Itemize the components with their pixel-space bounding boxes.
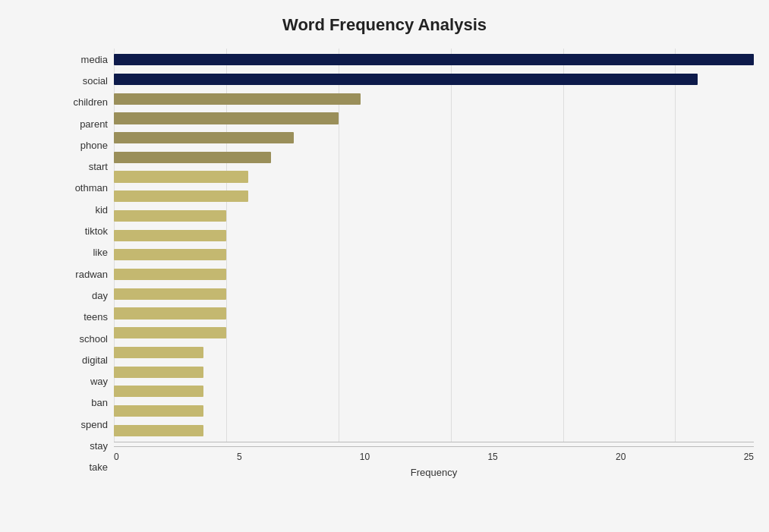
bar-media [114, 54, 754, 65]
bar-social [114, 74, 698, 85]
bar-row-spend [114, 382, 754, 401]
bar-like [114, 230, 226, 241]
bar-row-way [114, 343, 754, 363]
bar-row-take [114, 420, 754, 440]
bar-school [114, 307, 226, 319]
bar-row-radwan [114, 245, 754, 265]
bar-row-tiktok [114, 206, 754, 226]
y-label-social: social [61, 76, 108, 86]
x-tick-10: 10 [360, 452, 370, 462]
x-axis: 0510152025 [114, 446, 754, 462]
y-label-kid: kid [61, 205, 108, 215]
y-label-media: media [61, 55, 108, 65]
y-label-school: school [61, 334, 108, 344]
x-tick-15: 15 [487, 452, 497, 462]
bar-radwan [114, 249, 226, 260]
bar-take [114, 425, 203, 436]
bar-digital [114, 327, 226, 338]
y-label-like: like [61, 247, 108, 257]
y-label-stay: stay [61, 441, 108, 451]
bar-row-start [114, 148, 754, 168]
bar-row-social [114, 70, 754, 90]
bar-othman [114, 171, 248, 182]
bar-phone [114, 132, 294, 143]
y-label-spend: spend [61, 420, 108, 430]
bar-teens [114, 288, 226, 300]
bar-kid [114, 190, 248, 202]
y-label-take: take [61, 462, 108, 472]
x-tick-0: 0 [114, 452, 119, 462]
x-axis-label: Frequency [114, 467, 754, 478]
y-label-children: children [61, 97, 108, 107]
y-label-start: start [61, 162, 108, 172]
y-label-day: day [61, 291, 108, 301]
bar-row-phone [114, 128, 754, 148]
chart-title: Word Frequency Analysis [15, 15, 754, 35]
y-label-teens: teens [61, 312, 108, 322]
bar-row-stay [114, 401, 754, 421]
bar-day [114, 269, 226, 280]
bar-parent [114, 112, 339, 124]
bar-row-kid [114, 187, 754, 206]
bar-row-day [114, 265, 754, 285]
y-label-radwan: radwan [61, 269, 108, 279]
bar-spend [114, 386, 203, 397]
bar-row-parent [114, 109, 754, 128]
bar-row-ban [114, 362, 754, 382]
grid-and-bars [114, 49, 754, 442]
y-label-parent: parent [61, 119, 108, 129]
chart-container: Word Frequency Analysis mediasocialchild… [0, 0, 769, 532]
bar-children [114, 93, 361, 105]
y-label-digital: digital [61, 355, 108, 365]
x-tick-5: 5 [237, 452, 242, 462]
plot-area: 0510152025 Frequency [114, 49, 754, 478]
bar-start [114, 152, 271, 163]
bars-wrapper [114, 49, 754, 442]
y-label-tiktok: tiktok [61, 226, 108, 236]
y-label-phone: phone [61, 140, 108, 150]
bar-row-othman [114, 167, 754, 187]
bar-ban [114, 367, 203, 378]
x-tick-25: 25 [744, 452, 754, 462]
bar-row-digital [114, 323, 754, 343]
bar-row-media [114, 50, 754, 70]
bar-row-children [114, 89, 754, 109]
y-axis: mediasocialchildrenparentphonestartothma… [61, 49, 114, 478]
y-label-ban: ban [61, 398, 108, 408]
bar-row-school [114, 304, 754, 323]
bar-stay [114, 405, 203, 417]
bar-tiktok [114, 210, 226, 222]
x-tick-20: 20 [616, 452, 626, 462]
bar-row-teens [114, 284, 754, 304]
y-label-way: way [61, 376, 108, 386]
bar-row-like [114, 225, 754, 245]
bar-way [114, 347, 203, 358]
y-label-othman: othman [61, 183, 108, 193]
